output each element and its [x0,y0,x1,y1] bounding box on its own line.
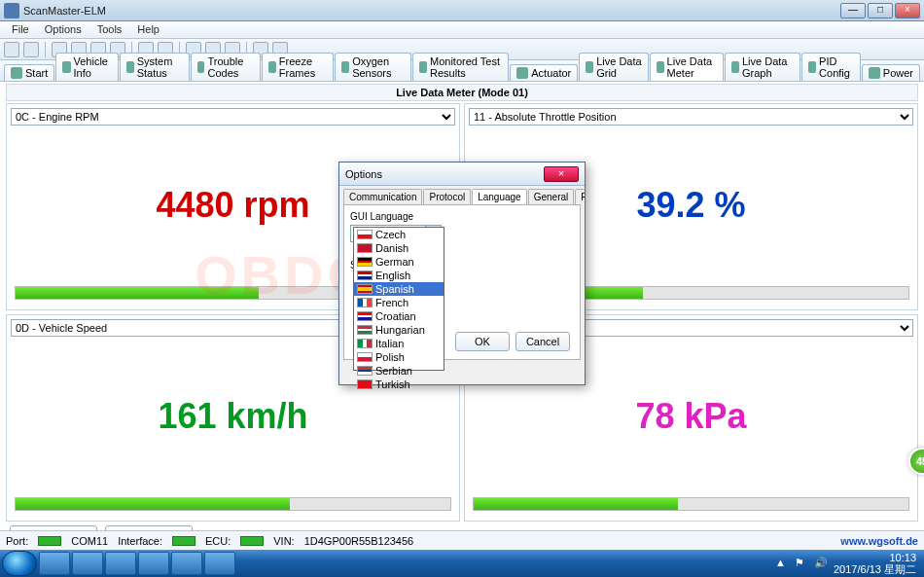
cancel-button[interactable]: Cancel [515,332,570,351]
options-tab-pids[interactable]: PIDs [575,189,585,204]
language-option-polish[interactable]: Polish [354,350,444,364]
start-button[interactable] [2,551,37,576]
window-title: ScanMaster-ELM [23,5,840,17]
tab-label: Live Data Grid [596,55,641,79]
language-option-italian[interactable]: Italian [354,337,444,350]
language-option-label: German [375,256,414,268]
menu-help[interactable]: Help [129,21,167,38]
language-option-label: Danish [375,242,409,254]
language-option-label: English [375,270,410,281]
pid-select[interactable]: 11 - Absolute Throttle Position [469,108,913,126]
tab-label: Actuator [531,67,571,79]
language-option-turkish[interactable]: Turkish [354,378,444,391]
tab-icon [869,67,880,79]
tab-label: Start [25,67,48,79]
tab-oxygen-sensors[interactable]: Oxygen Sensors [335,53,411,81]
language-dropdown: CzechDanishGermanEnglishSpanishFrenchCro… [353,227,444,371]
tab-actuator[interactable]: Actuator [510,64,578,81]
language-option-czech[interactable]: Czech [354,228,444,241]
tab-live-data-grid[interactable]: Live Data Grid [579,53,648,81]
tab-live-data-meter[interactable]: Live Data Meter [650,53,724,81]
flag-icon [357,325,373,335]
language-option-english[interactable]: English [354,269,444,282]
minimize-button[interactable]: — [840,3,866,18]
tab-label: Power [883,67,913,79]
tray-icon[interactable]: ▲ [775,557,789,570]
language-option-label: Spanish [375,283,414,295]
main-tab-strip: StartVehicle InfoSystem StatusTrouble Co… [0,60,924,82]
windows-taskbar: ▲ ⚑ 🔊 10:13 2017/6/13 星期二 [0,550,924,577]
tab-label: Live Data Graph [742,55,794,79]
taskbar-item[interactable] [171,552,202,575]
tab-pid-config[interactable]: PID Config [801,53,861,81]
tab-icon [341,61,349,73]
meter-bar [15,497,451,511]
language-option-serbian[interactable]: Serbian [354,364,444,378]
language-option-french[interactable]: French [354,296,444,309]
tab-power[interactable]: Power [862,64,920,81]
ok-button[interactable]: OK [455,332,510,351]
options-tab-language[interactable]: Language [472,189,527,204]
menu-tools[interactable]: Tools [89,21,130,38]
tab-start[interactable]: Start [4,64,54,81]
tab-label: PID Config [819,55,854,79]
taskbar-item[interactable] [105,552,136,575]
tab-monitored-test-results[interactable]: Monitored Test Results [412,53,509,81]
tab-icon [197,61,205,73]
options-tab-strip: CommunicationProtocolLanguageGeneralPIDs… [339,186,585,204]
tab-label: Oxygen Sensors [352,55,405,79]
language-option-spanish[interactable]: Spanish [354,282,444,296]
meter-bar-fill [474,498,678,510]
status-link[interactable]: www.wgsoft.de [840,535,918,547]
language-option-label: Czech [375,229,406,240]
options-tab-communication[interactable]: Communication [343,189,422,204]
tab-label: Monitored Test Results [430,55,502,79]
tab-freeze-frames[interactable]: Freeze Frames [262,53,334,81]
menu-bar: FileOptionsToolsHelp [0,21,924,39]
status-port-led [38,536,61,546]
flag-icon [357,352,373,362]
taskbar-item[interactable] [72,552,103,575]
taskbar-clock[interactable]: 10:13 2017/6/13 星期二 [834,552,916,575]
language-option-croatian[interactable]: Croatian [354,309,444,323]
taskbar-item[interactable] [39,552,70,575]
pid-select[interactable]: 0C - Engine RPM [11,108,455,126]
toolbar-separator [45,42,46,57]
tab-trouble-codes[interactable]: Trouble Codes [191,53,261,81]
tab-icon [11,67,22,79]
tab-vehicle-info[interactable]: Vehicle Info [55,53,118,81]
maximize-button[interactable]: □ [868,3,893,18]
language-option-danish[interactable]: Danish [354,241,444,255]
options-tab-protocol[interactable]: Protocol [423,189,471,204]
language-option-label: Serbian [375,365,412,377]
flag-icon [357,366,373,376]
options-title: Options [345,168,544,180]
language-option-german[interactable]: German [354,255,444,269]
tray-network-icon[interactable]: ⚑ [795,557,808,570]
toolbar-connect-icon[interactable] [4,42,19,57]
tab-label: Live Data Meter [667,55,717,79]
menu-options[interactable]: Options [37,21,89,38]
menu-file[interactable]: File [4,21,37,38]
window-title-bar: ScanMaster-ELM — □ × [0,0,924,21]
taskbar-item[interactable] [204,552,235,575]
flag-icon [357,298,373,307]
options-tab-general[interactable]: General [528,189,575,204]
gui-language-label: GUI Language [350,211,574,222]
tray-volume-icon[interactable]: 🔊 [814,557,828,570]
toolbar-disconnect-icon[interactable] [23,42,39,57]
flag-icon [357,230,373,239]
flag-icon [357,284,373,294]
taskbar-item[interactable] [138,552,169,575]
clock-date: 2017/6/13 星期二 [834,563,916,575]
options-close-button[interactable]: × [544,166,579,182]
system-tray: ▲ ⚑ 🔊 10:13 2017/6/13 星期二 [775,552,922,575]
tab-icon [516,67,528,79]
tab-system-status[interactable]: System Status [120,53,190,81]
tab-icon [268,61,276,73]
tab-label: Freeze Frames [279,55,327,79]
flag-icon [357,311,373,321]
language-option-hungarian[interactable]: Hungarian [354,323,444,337]
close-button[interactable]: × [895,3,920,18]
tab-live-data-graph[interactable]: Live Data Graph [725,53,800,81]
